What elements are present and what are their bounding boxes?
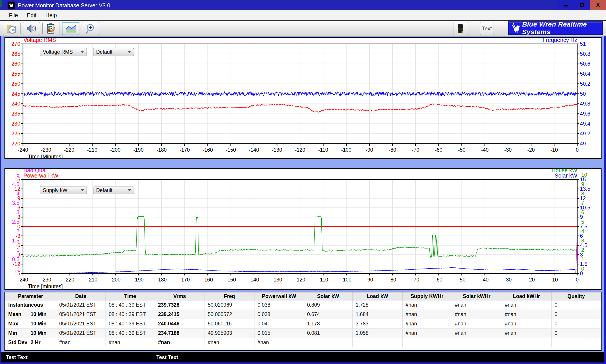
stats-table: ParameterDateTimeVrmsFreqPowerwall kWSol… [5, 292, 601, 347]
axis-title: Voltage RMS [23, 38, 56, 43]
column-header: Load kWHr [502, 292, 551, 300]
text-button[interactable]: Text [480, 22, 494, 35]
value-cell: #nan [105, 338, 155, 347]
value-cell: 1.058 [352, 328, 402, 338]
value-cell: 08 : 40 : 39 EST [105, 310, 155, 319]
y-tick-label: 265 [11, 51, 20, 57]
value-cell [502, 338, 551, 347]
wren-logo-icon [8, 2, 14, 8]
y-tick-label: 220 [11, 141, 20, 146]
checklist-button[interactable] [42, 22, 60, 35]
svg-text:+10: +10 [10, 28, 15, 32]
value-cell: 0 [551, 319, 601, 328]
sd-card-button[interactable]: Micro SD [453, 22, 468, 35]
x-tick-label: -60 [435, 147, 442, 153]
chart2-scale-selector[interactable]: Default [93, 186, 134, 194]
column-header: Freq [205, 292, 254, 300]
close-button[interactable]: X [590, 0, 606, 10]
parameter-cell: Mean10 Min [5, 310, 56, 319]
toolbar: +10 [0, 21, 606, 36]
x-tick-label: -20 [527, 147, 535, 153]
wren-logo-icon [512, 22, 520, 34]
y-tick-label: 9 [581, 181, 584, 187]
menu-item-help[interactable]: Help [45, 12, 57, 18]
y-tick-label: 4 [16, 191, 19, 196]
x-tick-label: -170 [180, 277, 190, 283]
chart1-scale-selector[interactable]: Default [93, 48, 134, 56]
column-header: Time [105, 292, 155, 300]
value-cell: 0.038 [254, 310, 304, 319]
chart1-signal-selector-value: Voltage RMS [43, 49, 73, 55]
x-tick-label: -190 [133, 147, 144, 153]
y-tick-label: 240 [11, 101, 20, 107]
x-tick-label: -10 [551, 277, 558, 283]
value-cell: 239.7328 [155, 300, 205, 310]
x-tick-label: -130 [272, 147, 282, 153]
column-header: Load kW [352, 292, 402, 300]
value-cell: 1.684 [352, 310, 402, 319]
menu-item-edit[interactable]: Edit [27, 12, 36, 18]
value-cell: #nan [205, 338, 254, 347]
chevron-down-icon [81, 51, 84, 53]
value-cell: 50.020969 [205, 300, 254, 310]
x-tick-label: -210 [87, 147, 97, 153]
x-tick-label: -70 [412, 277, 419, 283]
value-cell: 05/01/2021 EST [56, 300, 105, 310]
y-tick-label: 50.8 [580, 51, 590, 57]
value-cell: 239.2415 [155, 310, 205, 319]
value-cell: 50.060116 [205, 319, 254, 328]
table-row: Max10 Min05/01/2021 EST08 : 40 : 39 EST2… [5, 319, 601, 328]
minimize-button[interactable] [558, 0, 574, 10]
x-axis-label: Time [minutes] [28, 283, 63, 289]
value-cell: #nan [502, 319, 551, 328]
chart2-signal-selector[interactable]: Supply kW [40, 186, 87, 194]
minimize-icon [564, 5, 568, 6]
value-cell: 0 [551, 300, 601, 310]
value-cell: 1.178 [304, 319, 352, 328]
maximize-button[interactable] [574, 0, 590, 10]
x-tick-label: -150 [226, 277, 236, 283]
value-cell: 234.7188 [155, 328, 205, 338]
y-tick-label: 0 [581, 266, 584, 272]
table-row: Std Dev2 Hr#nan#nan#nan#nan#nan [5, 338, 601, 347]
x-tick-label: -20 [527, 277, 535, 283]
x-tick-label: -190 [133, 277, 144, 283]
chart2-signal-selector-value: Supply kW [43, 187, 67, 193]
parameter-cell: Min10 Min [5, 328, 56, 338]
x-tick-label: -80 [389, 277, 396, 283]
value-cell [551, 338, 601, 347]
y-tick-label: 1 [581, 256, 584, 262]
y-tick-label: 49.6 [580, 111, 590, 117]
x-tick-label: -150 [226, 147, 236, 153]
x-tick-label: 0 [576, 147, 579, 153]
x-tick-label: -170 [180, 147, 190, 153]
x-tick-label: -60 [435, 277, 442, 283]
parameter-cell: Max10 Min [5, 319, 56, 328]
area-chart-icon [65, 24, 77, 33]
value-cell [452, 338, 502, 347]
voltage-frequency-chart-panel: -240-230-220-210-200-190-180-170-160-150… [4, 37, 602, 159]
x-tick-label: -120 [295, 277, 305, 283]
add-records-button[interactable]: +10 [3, 22, 21, 35]
x-tick-label: -80 [389, 147, 396, 153]
parameter-cell: Instantaneous [5, 300, 56, 310]
x-tick-label: -140 [249, 277, 259, 283]
parameter-cell: Std Dev2 Hr [5, 338, 56, 347]
menu-item-file[interactable]: File [9, 12, 18, 18]
value-cell: #nan [155, 338, 205, 347]
value-cell: 08 : 40 : 39 EST [105, 328, 155, 338]
sound-button[interactable] [23, 22, 40, 35]
value-cell: #nan [254, 338, 304, 347]
value-cell: #nan [402, 300, 452, 310]
chart-view-button[interactable] [62, 22, 79, 35]
y-tick-label: 2.5 [12, 219, 19, 225]
value-cell [352, 338, 402, 347]
value-cell: 05/01/2021 EST [56, 310, 105, 319]
zoom-button[interactable] [82, 22, 99, 35]
y-tick-label: 49.8 [580, 101, 590, 107]
chart1-signal-selector[interactable]: Voltage RMS [40, 48, 87, 56]
y-tick-label: 10 [581, 172, 587, 178]
table-row: Min10 Min05/01/2021 EST08 : 40 : 39 EST2… [5, 328, 601, 338]
column-header: Solar kW [304, 292, 352, 300]
x-tick-label: -100 [341, 277, 351, 283]
